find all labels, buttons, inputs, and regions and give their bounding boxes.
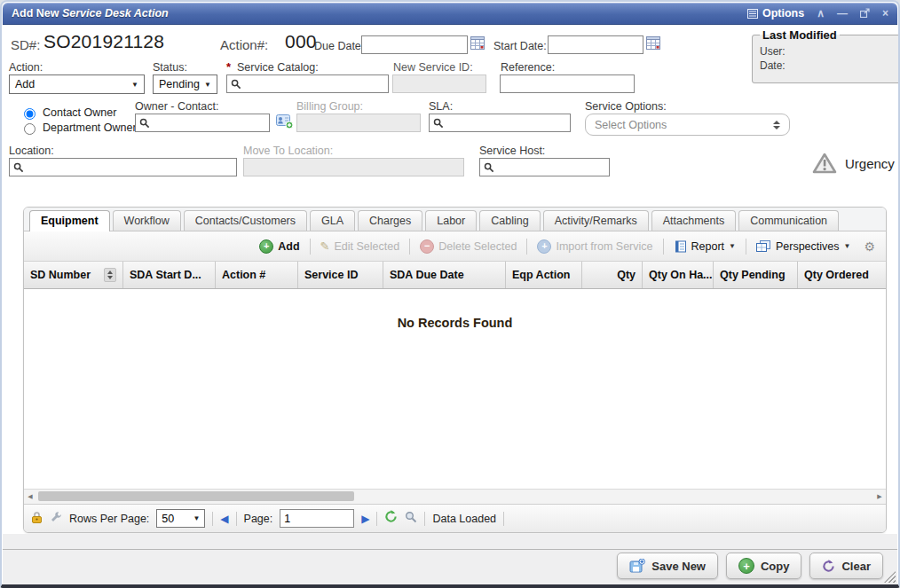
grid-settings-gear-icon[interactable]: ⚙: [864, 239, 875, 254]
owner-contact-field-wrap: [135, 114, 270, 132]
search-icon[interactable]: [405, 511, 417, 527]
perspectives-icon: [756, 240, 771, 253]
popout-button[interactable]: [860, 8, 870, 20]
column-header-qty-pending[interactable]: Qty Pending: [714, 262, 798, 288]
previous-page-button[interactable]: ◀: [220, 513, 228, 525]
add-icon: +: [259, 239, 273, 254]
status-select-value: Pending: [159, 78, 200, 90]
lock-icon[interactable]: [31, 511, 43, 527]
report-icon: [674, 240, 687, 253]
window-resize-grip[interactable]: [884, 571, 896, 583]
tab-attachments[interactable]: Attachments: [651, 210, 736, 231]
collapse-button[interactable]: ∧: [817, 8, 825, 19]
import-icon: +: [537, 239, 551, 254]
delete-selected-label: Delete Selected: [438, 240, 517, 253]
add-button[interactable]: + Add: [253, 239, 305, 254]
service-options-select[interactable]: Select Options: [585, 114, 790, 136]
column-header-eqp-action[interactable]: Eqp Action: [506, 262, 582, 288]
department-owner-radio-row: Department Owner: [20, 121, 137, 135]
edit-selected-button[interactable]: ✎ Edit Selected: [314, 239, 407, 253]
column-header-sda-start-date[interactable]: SDA Start D...: [123, 262, 216, 288]
urgency-indicator[interactable]: Urgency: [811, 152, 895, 175]
owner-contact-input[interactable]: [135, 114, 270, 132]
contact-owner-radio[interactable]: [24, 108, 36, 120]
tab-labor[interactable]: Labor: [425, 210, 477, 231]
import-from-service-label: Import from Service: [556, 240, 652, 253]
refresh-icon[interactable]: [384, 510, 398, 527]
column-header-service-id[interactable]: Service ID: [298, 262, 383, 288]
column-header-qty-on-hand[interactable]: Qty On Ha...: [643, 262, 714, 288]
add-contact-icon[interactable]: [276, 114, 294, 133]
department-owner-radio[interactable]: [24, 123, 36, 135]
move-to-location-field-wrap: [243, 158, 464, 176]
titlebar-controls: Options ∧ — ×: [747, 7, 888, 20]
sla-input[interactable]: [429, 114, 571, 132]
service-catalog-field-wrap: [226, 74, 389, 93]
required-asterisk: *: [226, 60, 231, 74]
location-field-wrap: [9, 158, 237, 176]
service-options-value: Select Options: [595, 119, 667, 131]
clear-button[interactable]: Clear: [809, 553, 883, 579]
location-input[interactable]: [9, 158, 237, 176]
pager-separator: [424, 512, 425, 526]
options-menu-button[interactable]: Options: [747, 7, 804, 20]
new-service-id-field-wrap: [392, 74, 486, 93]
reference-input[interactable]: [500, 74, 635, 93]
start-date-input[interactable]: [548, 35, 643, 54]
column-header-qty[interactable]: Qty: [582, 262, 643, 288]
edit-selected-label: Edit Selected: [335, 240, 400, 253]
next-page-button[interactable]: ▶: [361, 513, 369, 525]
options-list-icon: [747, 9, 758, 19]
horizontal-scrollbar[interactable]: ◀ ▶: [24, 489, 886, 504]
last-modified-date-label: Date:: [760, 59, 899, 72]
action-select[interactable]: Add ▼: [9, 74, 145, 94]
service-catalog-input[interactable]: [226, 74, 389, 93]
import-from-service-button[interactable]: + Import from Service: [531, 239, 659, 254]
perspectives-label: Perspectives: [776, 240, 840, 253]
tab-cabling[interactable]: Cabling: [479, 210, 540, 231]
save-new-button[interactable]: Save New: [617, 553, 718, 579]
pager-separator: [503, 512, 504, 526]
pager-separator: [212, 512, 213, 526]
sort-icon[interactable]: [104, 268, 116, 282]
due-date-input[interactable]: [361, 35, 468, 54]
new-service-id-label: New Service ID:: [393, 61, 473, 74]
column-header-sd-number[interactable]: SD Number: [24, 262, 123, 288]
delete-icon: −: [420, 239, 434, 254]
service-host-input[interactable]: [479, 158, 610, 176]
copy-button[interactable]: + Copy: [726, 553, 802, 579]
titlebar[interactable]: Add New Service Desk Action Options ∧ — …: [3, 3, 897, 25]
column-header-sda-due-date[interactable]: SDA Due Date: [383, 262, 506, 288]
start-date-calendar-icon[interactable]: [646, 36, 660, 53]
wrench-icon[interactable]: [50, 511, 62, 527]
close-button[interactable]: ×: [882, 8, 888, 19]
billing-group-label: Billing Group:: [296, 100, 363, 113]
column-header-action-number[interactable]: Action #: [216, 262, 298, 288]
caret-down-icon: ▼: [204, 81, 211, 89]
tab-equipment[interactable]: Equipment: [29, 210, 110, 231]
tab-communication[interactable]: Communication: [738, 210, 839, 231]
billing-group-field-wrap: [296, 114, 421, 132]
column-header-qty-ordered[interactable]: Qty Ordered: [798, 262, 886, 288]
tab-activity-remarks[interactable]: Activity/Remarks: [543, 210, 649, 231]
rows-per-page-select[interactable]: 50 ▼: [156, 509, 205, 528]
scroll-left-icon[interactable]: ◀: [24, 490, 36, 504]
report-menu-button[interactable]: Report ▼: [667, 240, 742, 253]
service-desk-action-window: Add New Service Desk Action Options ∧ — …: [0, 0, 900, 588]
toolbar-separator: [746, 239, 746, 255]
minimize-button[interactable]: —: [837, 8, 848, 19]
tab-contacts-customers[interactable]: Contacts/Customers: [184, 210, 307, 231]
tab-workflow[interactable]: Workflow: [113, 210, 181, 231]
toolbar-separator: [310, 239, 311, 255]
status-select[interactable]: Pending ▼: [153, 74, 217, 94]
scrollbar-thumb[interactable]: [38, 491, 354, 501]
tab-charges[interactable]: Charges: [358, 210, 422, 231]
scroll-right-icon[interactable]: ▶: [873, 490, 886, 504]
start-date-field-wrap: [548, 35, 643, 54]
perspectives-menu-button[interactable]: Perspectives ▼: [750, 240, 857, 253]
delete-selected-button[interactable]: − Delete Selected: [414, 239, 523, 254]
due-date-calendar-icon[interactable]: [470, 36, 485, 53]
urgency-warning-icon: [811, 152, 838, 175]
tab-gla[interactable]: GLA: [310, 210, 355, 231]
page-input[interactable]: [280, 509, 354, 528]
